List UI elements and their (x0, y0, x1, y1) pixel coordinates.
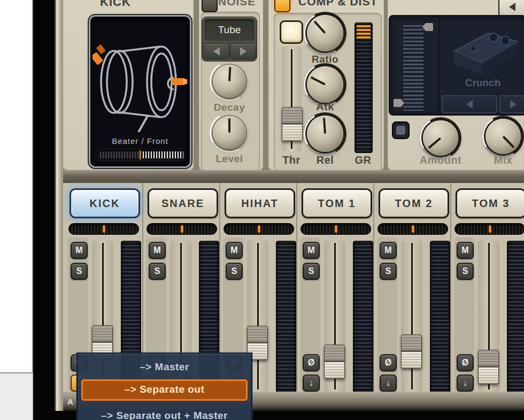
noise-next-button[interactable] (230, 44, 256, 59)
noise-enable-checkbox[interactable] (202, 0, 218, 12)
attack-knob[interactable] (307, 66, 343, 103)
noise-prev-button[interactable] (204, 44, 229, 59)
fx-next-button[interactable] (499, 95, 524, 113)
fx-amount-ladder-slider[interactable] (403, 25, 423, 111)
mute-button[interactable]: M (149, 242, 166, 259)
channel-select-button[interactable]: TOM 3 (456, 188, 524, 218)
pan-slider[interactable] (68, 223, 139, 235)
fader-cap[interactable] (324, 345, 345, 379)
panel-divider (438, 17, 440, 111)
channel-select-button[interactable]: HIHAT (225, 188, 295, 218)
comp-panel-title: COMP & DIST (298, 0, 377, 8)
route-button[interactable]: ↓ (303, 375, 320, 392)
volume-fader[interactable] (401, 241, 422, 392)
solo-button[interactable]: S (303, 263, 320, 280)
channel-select-button[interactable]: TOM 2 (379, 188, 449, 218)
pan-slider[interactable] (300, 223, 371, 235)
editor-section: KICK (53, 0, 524, 171)
fader-cap[interactable] (478, 350, 499, 384)
solo-button[interactable]: S (457, 263, 474, 280)
partial-output-label: A (67, 397, 73, 406)
fx-display-panel: Crunch (389, 15, 524, 116)
pan-marker (335, 225, 337, 233)
route-button[interactable]: ↓ (380, 375, 397, 392)
gr-label: GR (347, 154, 379, 166)
pan-slider[interactable] (377, 223, 448, 235)
channel-select-button[interactable]: TOM 1 (302, 188, 372, 218)
fx-prev-preset-button[interactable] (498, 0, 524, 17)
channel-name: SNARE (161, 197, 204, 210)
slider-ticks-bright (141, 151, 184, 158)
kick-editor-panel: KICK (63, 0, 194, 171)
ratio-knob[interactable] (307, 15, 343, 51)
mute-button[interactable]: M (303, 242, 320, 259)
decay-label: Decay (203, 102, 256, 113)
fader-groove (257, 243, 259, 390)
volume-fader[interactable] (478, 241, 499, 392)
mixer-channel-tom2: TOM 2 M S Ø ↓ (373, 183, 451, 392)
level-label: Level (203, 153, 256, 165)
pan-marker (181, 225, 183, 233)
phase-button[interactable]: Ø (457, 354, 474, 371)
pan-marker (412, 225, 414, 233)
gain-reduction-meter (355, 22, 373, 153)
mute-button[interactable]: M (380, 242, 397, 259)
mute-button[interactable]: M (71, 242, 88, 259)
release-knob[interactable] (307, 116, 343, 152)
comp-mode-button[interactable] (280, 20, 303, 44)
noise-type-display[interactable]: Tube (205, 19, 254, 41)
menu-item-master[interactable]: –> Master (78, 354, 251, 379)
pan-slider[interactable] (224, 223, 294, 235)
release-label: Rel (298, 154, 352, 166)
decay-knob[interactable] (213, 65, 246, 98)
volume-fader[interactable] (324, 241, 345, 392)
slider-center-marker (140, 150, 141, 159)
kick-drum-display[interactable]: Beater / Front (89, 15, 191, 168)
mixer-channel-tom3: TOM 3 M S Ø ↓ (450, 183, 524, 392)
level-knob[interactable] (213, 116, 246, 149)
solo-button[interactable]: S (149, 263, 166, 280)
route-button[interactable]: ↓ (457, 375, 474, 392)
kick-panel-title: KICK (83, 0, 148, 9)
background-document-panel-lower (0, 373, 33, 420)
ladder-handle-top[interactable] (422, 23, 433, 31)
right-arrow-icon (510, 100, 517, 109)
amount-label: Amount (414, 154, 467, 166)
fx-enable-button[interactable] (392, 121, 410, 139)
phase-button[interactable]: Ø (303, 354, 320, 371)
menu-item-separate-out[interactable]: –> Separate out (81, 379, 248, 401)
channel-select-button[interactable]: KICK (70, 188, 140, 218)
phase-button[interactable]: Ø (380, 354, 397, 371)
pan-slider[interactable] (147, 223, 217, 235)
mute-button[interactable]: M (457, 242, 474, 259)
fader-cap[interactable] (401, 334, 422, 369)
fx-prev-button[interactable] (442, 95, 497, 113)
articulation-slider[interactable] (96, 149, 184, 161)
button-inner (396, 126, 405, 135)
fx-preset-name: Crunch (441, 77, 524, 89)
solo-button[interactable]: S (71, 263, 88, 280)
ladder-handle-bottom[interactable] (394, 99, 404, 107)
left-arrow-icon (466, 100, 473, 109)
amount-knob[interactable] (423, 120, 458, 156)
mix-knob[interactable] (486, 119, 521, 154)
noise-panel-title: NOISE (218, 0, 256, 8)
left-arrow-icon (509, 3, 515, 11)
section-divider-band (53, 170, 524, 183)
screen: KICK (0, 0, 524, 420)
right-arrow-icon (240, 47, 246, 56)
knob-pointer (228, 118, 230, 133)
comp-enable-checkbox[interactable] (274, 0, 290, 12)
gr-meter-active-segments (357, 25, 371, 40)
plugin-left-edge (53, 0, 63, 411)
menu-item-separate-out-master[interactable]: –> Separate out + Master (78, 402, 251, 420)
mute-button[interactable]: M (226, 242, 243, 259)
solo-button[interactable]: S (226, 263, 243, 280)
background-document-panel (0, 0, 33, 373)
pan-slider[interactable] (454, 223, 524, 235)
level-meter (430, 241, 450, 393)
solo-button[interactable]: S (380, 263, 397, 280)
channel-name: HIHAT (241, 197, 279, 210)
channel-select-button[interactable]: SNARE (148, 188, 218, 218)
channel-name: TOM 1 (318, 197, 356, 210)
